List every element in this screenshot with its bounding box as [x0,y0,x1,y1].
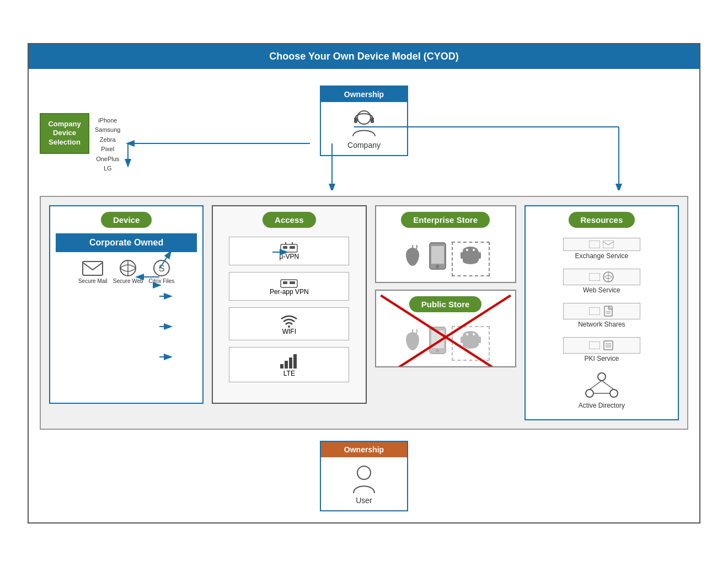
store-col: Enterprise Store [375,205,516,367]
apple-store-icon [402,245,424,270]
user-ownership-box: Ownership User [320,441,408,511]
diagram-wrapper: Choose Your Own Device Model (CYOD) Comp… [28,43,700,524]
apple-public-icon [402,329,424,354]
wifi-item: WIFI [229,307,349,340]
diagram-body: Company Device Selection iPhoneSamsungZe… [29,69,699,522]
svg-rect-52 [589,273,600,281]
per-app-vpn-icon [280,277,298,288]
citrix-icon: S [151,259,173,278]
user-ownership-body: User [321,457,407,510]
micro-vpn-item: μ-VPN [229,237,349,265]
svg-line-67 [590,381,602,389]
device-section: Device Corporate Owned Secure Mail [49,205,204,404]
svg-rect-51 [603,241,614,248]
svg-point-77 [357,466,371,479]
svg-rect-39 [431,330,444,348]
top-layout: Company Device Selection iPhoneSamsungZe… [40,80,688,190]
citrix-label: Citrix Files [149,278,175,284]
svg-point-43 [463,342,478,349]
corp-owned-bar: Corporate Owned [56,233,197,252]
company-ownership-box: Ownership Company [320,86,408,156]
svg-rect-28 [431,246,444,264]
svg-point-44 [466,333,468,335]
active-directory-item: Active Directory [531,371,672,409]
top-center: Ownership Company [150,80,578,190]
device-list: iPhoneSamsungZebraPixelOnePlusLG [95,116,120,174]
access-label: Access [263,212,316,228]
user-ownership-header-text: Ownership [344,445,384,454]
secure-web-label: Secure Web [113,278,143,284]
public-store-icons [402,323,490,361]
lte-label: LTE [283,370,295,377]
android-public-icon [458,330,483,355]
pki-service-item: PKI Service [531,337,672,362]
user-label: User [356,496,372,505]
lte-item: LTE [229,347,349,382]
web-service-item: Web Service [531,269,672,294]
svg-rect-24 [289,357,292,369]
pki-label: PKI Service [585,355,619,362]
title-text: Choose Your Own Device Model (CYOD) [269,51,458,62]
citrix-files-icon-item: S Citrix Files [149,259,175,284]
pki-list-icon [603,340,614,351]
title-bar: Choose Your Own Device Model (CYOD) [29,44,699,69]
svg-rect-36 [478,252,481,259]
micro-vpn-icon [280,242,298,253]
user-ownership-header: Ownership [321,442,407,457]
per-app-vpn-label: Per-app VPN [270,288,309,296]
company-label: Company [347,141,381,149]
wifi-icon [279,312,299,328]
svg-rect-50 [589,241,600,248]
web-rect-icon [589,273,600,281]
top-left: Company Device Selection iPhoneSamsungZe… [40,80,150,190]
svg-rect-47 [478,337,481,343]
email-icon [603,241,614,248]
svg-point-66 [610,389,618,397]
svg-rect-22 [280,364,283,369]
public-store-label: Public Store [409,296,482,312]
svg-point-34 [473,249,475,251]
phone-public-mockup [428,327,447,357]
svg-rect-1 [354,118,357,123]
web-service-box [563,269,640,285]
company-person-icon [347,108,381,141]
secure-web-icon-item: Secure Web [113,259,143,284]
web-service-label: Web Service [583,286,620,294]
android-enterprise-icon [458,245,483,270]
enterprise-store-icons [402,239,490,276]
wifi-label: WIFI [282,328,296,335]
company-device-selection-box: Company Device Selection [40,113,89,154]
enterprise-store-label: Enterprise Store [401,212,490,228]
user-person-icon [349,463,379,496]
exchange-service-box [563,238,640,251]
svg-rect-23 [285,361,288,369]
pki-rect-icon [589,341,600,349]
globe-icon [603,271,614,282]
svg-line-68 [602,381,614,389]
device-label: Device [101,212,152,228]
pki-service-box [563,337,640,354]
svg-point-32 [463,258,478,264]
svg-point-64 [598,373,606,381]
bottom-ownership-area: Ownership User [40,441,688,511]
svg-rect-20 [290,281,295,284]
enterprise-store-box: Enterprise Store [375,205,516,283]
svg-point-45 [473,333,475,335]
network-shares-box [563,303,640,319]
svg-point-33 [466,249,468,251]
access-section: Access μ-VPN [212,205,366,404]
exchange-label: Exchange Service [575,252,629,260]
secure-web-icon [117,259,139,278]
company-ownership-header: Ownership [321,87,407,102]
resources-label: Resources [569,212,635,228]
svg-point-0 [357,111,371,124]
secure-mail-icon [82,259,104,278]
lte-icon [279,352,299,370]
top-right [578,80,688,190]
android-enterprise-box [452,242,490,276]
svg-point-40 [436,349,439,353]
svg-text:S: S [159,264,165,273]
exchange-service-item: Exchange Service [531,238,672,260]
svg-rect-8 [83,261,103,275]
micro-vpn-label: μ-VPN [280,253,299,260]
